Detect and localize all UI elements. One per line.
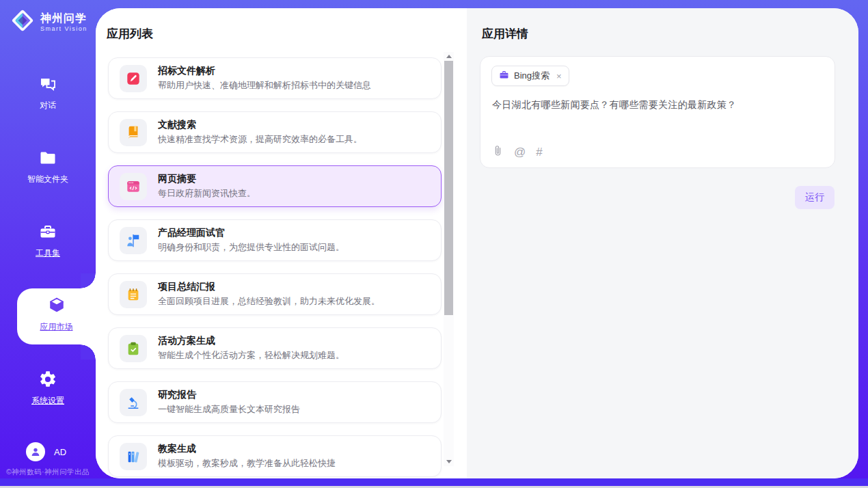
tool-tag-bing-search[interactable]: Bing搜索 × (491, 66, 569, 86)
briefcase-icon (499, 70, 509, 82)
brand-name: 神州问学 (40, 12, 87, 25)
app-card-title: 教案生成 (158, 443, 336, 455)
notepad-icon (120, 281, 147, 308)
tool-tag-label: Bing搜索 (514, 70, 550, 82)
sidebar-item-label: 系统设置 (0, 395, 96, 407)
user-account[interactable]: AD (26, 442, 66, 461)
active-tab-curve-top (81, 273, 96, 288)
app-list-cards: 招标文件解析 帮助用户快速、准确地理解和解析招标书中的关键信息 文献搜索 快速精… (108, 57, 442, 478)
toolbox-icon (38, 222, 57, 241)
microscope-icon (120, 389, 147, 416)
scrollbar-up-arrow[interactable] (444, 52, 454, 61)
copyright-footer: ©神州数码·神州问学出品 (0, 467, 96, 477)
app-card[interactable]: 网页摘要 每日政府新闻资讯快查。 (108, 165, 442, 207)
app-detail-card: Bing搜索 × 今日湖北有哪些新闻要点？有哪些需要关注的最新政策？ @ # (480, 56, 835, 168)
app-list-title: 应用列表 (107, 26, 153, 42)
books-icon (120, 443, 147, 470)
app-list-panel: 应用列表 招标文件解析 帮助用户快速、准确地理解和解析招标书中的关键信息 文献搜… (96, 8, 467, 478)
app-card-desc: 全面回顾项目进展，总结经验教训，助力未来优化发展。 (158, 295, 380, 308)
folder-icon (38, 148, 57, 167)
close-icon[interactable]: × (556, 71, 562, 81)
app-card-desc: 一键智能生成高质量长文本研究报告 (158, 403, 300, 416)
app-detail-title: 应用详情 (482, 26, 528, 42)
app-card-title: 招标文件解析 (158, 65, 371, 77)
browser-code-icon (120, 173, 147, 200)
run-button[interactable]: 运行 (795, 186, 835, 209)
app-card-desc: 模板驱动，教案秒成，教学准备从此轻松快捷 (158, 457, 336, 470)
app-card[interactable]: 研究报告 一键智能生成高质量长文本研究报告 (108, 381, 442, 423)
sidebar-item-label: 智能文件夹 (0, 174, 96, 185)
main-panel: 应用列表 招标文件解析 帮助用户快速、准确地理解和解析招标书中的关键信息 文献搜… (96, 8, 858, 478)
app-card-desc: 每日政府新闻资讯快查。 (158, 187, 256, 200)
scrollbar-thumb[interactable] (444, 61, 453, 315)
sidebar-item-settings[interactable]: 系统设置 (0, 370, 96, 407)
app-card[interactable]: 文献搜索 快速精准查找学术资源，提高研究效率的必备工具。 (108, 111, 442, 153)
gear-icon (38, 370, 57, 389)
hash-icon[interactable]: # (536, 146, 542, 158)
chat-icon (38, 74, 57, 94)
app-card-desc: 明确身份和职责，为您提供专业性的面试问题。 (158, 241, 344, 254)
sidebar-item-toolset[interactable]: 工具集 (0, 222, 96, 259)
sidebar-item-label: 工具集 (0, 247, 96, 259)
paperclip-icon[interactable] (492, 145, 504, 159)
query-text: 今日湖北有哪些新闻要点？有哪些需要关注的最新政策？ (492, 99, 737, 111)
sidebar-item-label: 对话 (0, 100, 96, 111)
composer-toolbar: @ # (492, 145, 543, 159)
sidebar-item-label: 应用市场 (17, 321, 96, 333)
pen-square-icon (120, 65, 147, 92)
app-card-desc: 帮助用户快速、准确地理解和解析招标书中的关键信息 (158, 79, 371, 92)
app-card-title: 研究报告 (158, 389, 300, 401)
avatar (26, 442, 45, 461)
app-detail-panel: 应用详情 Bing搜索 × 今日湖北有哪些新闻要点？有哪些需要关注的最新政策？ … (467, 8, 858, 478)
sidebar-item-app-market[interactable]: 应用市场 (17, 288, 96, 344)
app-list-scrollbar[interactable] (444, 52, 454, 466)
at-icon[interactable]: @ (514, 146, 526, 158)
scrollbar-down-arrow[interactable] (444, 457, 454, 466)
user-name: AD (54, 447, 66, 457)
app-card-title: 活动方案生成 (158, 335, 344, 347)
cube-icon (47, 306, 66, 317)
brand-tagline: Smart Vision (40, 25, 87, 32)
clipboard-check-icon (120, 335, 147, 362)
app-card-title: 文献搜索 (158, 119, 362, 131)
bottom-bar (0, 478, 868, 486)
sidebar-item-chat[interactable]: 对话 (0, 74, 96, 111)
gem-logo-icon (10, 8, 36, 36)
app-card[interactable]: 教案生成 模板驱动，教案秒成，教学准备从此轻松快捷 (108, 435, 442, 477)
brand-logo: 神州问学 Smart Vision (10, 8, 87, 36)
app-card-desc: 智能生成个性化活动方案，轻松解决规划难题。 (158, 349, 344, 362)
sidebar-item-smart-folder[interactable]: 智能文件夹 (0, 148, 96, 185)
app-card[interactable]: 招标文件解析 帮助用户快速、准确地理解和解析招标书中的关键信息 (108, 57, 442, 99)
app-card-title: 产品经理面试官 (158, 227, 344, 239)
app-card[interactable]: 活动方案生成 智能生成个性化活动方案，轻松解决规划难题。 (108, 327, 442, 369)
sidebar: 神州问学 Smart Vision 对话 智能文件夹 工具集 应用市场 系统设置 (0, 0, 96, 486)
app-card-title: 项目总结汇报 (158, 281, 380, 293)
app-card-title: 网页摘要 (158, 173, 256, 185)
app-card-desc: 快速精准查找学术资源，提高研究效率的必备工具。 (158, 133, 362, 146)
app-card[interactable]: 产品经理面试官 明确身份和职责，为您提供专业性的面试问题。 (108, 219, 442, 261)
app-card[interactable]: 项目总结汇报 全面回顾项目进展，总结经验教训，助力未来优化发展。 (108, 273, 442, 315)
book-icon (120, 119, 147, 146)
active-tab-curve-bottom (81, 344, 96, 360)
presenter-icon (120, 227, 147, 254)
